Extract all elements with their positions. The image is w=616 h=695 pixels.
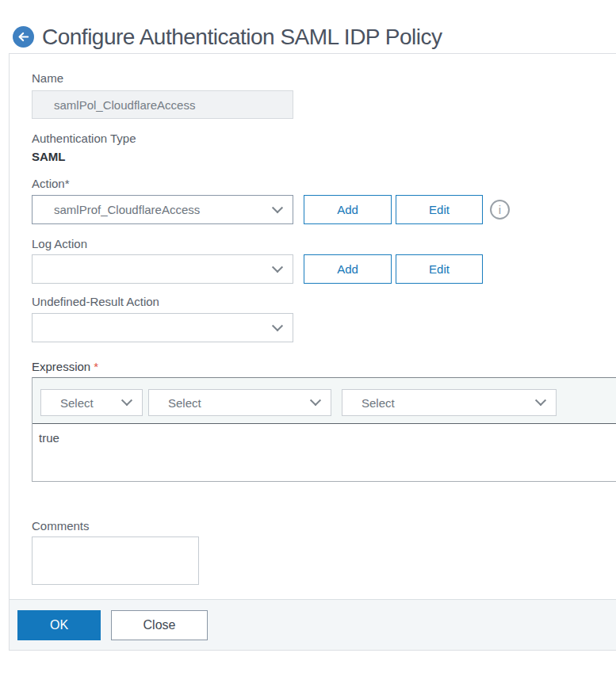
action-label: Action*: [32, 178, 616, 190]
chevron-down-icon: [535, 395, 546, 406]
name-input: [32, 90, 293, 119]
chevron-down-icon: [272, 262, 283, 273]
log-action-add-button[interactable]: Add: [304, 254, 392, 284]
expression-select-bar: Select Select Select: [33, 378, 616, 423]
log-action-edit-button[interactable]: Edit: [396, 254, 483, 284]
form-footer: OK Close: [10, 599, 616, 650]
ok-button[interactable]: OK: [17, 610, 101, 640]
expression-select-1-value: Select: [60, 396, 94, 410]
authentication-type-label: Authentication Type: [32, 132, 616, 145]
comments-textarea[interactable]: [32, 537, 199, 585]
expression-select-3-value: Select: [362, 396, 395, 410]
expression-select-2-value: Select: [168, 396, 201, 410]
form-panel: Name Authentication Type SAML Action* sa…: [9, 53, 616, 651]
comments-label: Comments: [32, 520, 616, 533]
log-action-label: Log Action: [32, 238, 616, 250]
info-circle-icon[interactable]: i: [490, 200, 510, 220]
log-action-select[interactable]: [32, 254, 293, 284]
name-label: Name: [32, 72, 616, 85]
page-title: Configure Authentication SAML IDP Policy: [42, 25, 442, 50]
authentication-type-value: SAML: [32, 150, 616, 163]
required-asterisk: *: [94, 360, 98, 373]
back-button[interactable]: [13, 26, 34, 48]
expression-select-2[interactable]: Select: [148, 389, 331, 416]
undefined-result-action-select[interactable]: [32, 313, 293, 342]
expression-textarea[interactable]: true: [33, 423, 616, 481]
action-select[interactable]: samlProf_CloudflareAccess: [32, 195, 293, 224]
chevron-down-icon: [272, 320, 283, 331]
page-header: Configure Authentication SAML IDP Policy: [0, 0, 616, 53]
expression-label-row: Expression *: [32, 360, 616, 373]
chevron-down-icon: [272, 202, 283, 213]
action-select-value: samlProf_CloudflareAccess: [54, 203, 200, 216]
log-action-row: Add Edit: [32, 254, 616, 284]
action-add-button[interactable]: Add: [304, 195, 392, 224]
undefined-result-action-row: [32, 313, 616, 342]
undefined-result-action-label: Undefined-Result Action: [32, 296, 616, 308]
chevron-down-icon: [310, 395, 321, 406]
expression-builder: Select Select Select true: [32, 377, 616, 482]
expression-select-3[interactable]: Select: [342, 389, 557, 416]
expression-select-1[interactable]: Select: [40, 389, 143, 416]
action-row: samlProf_CloudflareAccess Add Edit i: [32, 195, 616, 224]
form-body: Name Authentication Type SAML Action* sa…: [10, 54, 616, 585]
action-edit-button[interactable]: Edit: [396, 195, 483, 224]
chevron-down-icon: [121, 395, 132, 406]
close-button[interactable]: Close: [111, 610, 208, 640]
arrow-left-icon: [17, 30, 30, 44]
expression-label: Expression: [32, 360, 90, 373]
